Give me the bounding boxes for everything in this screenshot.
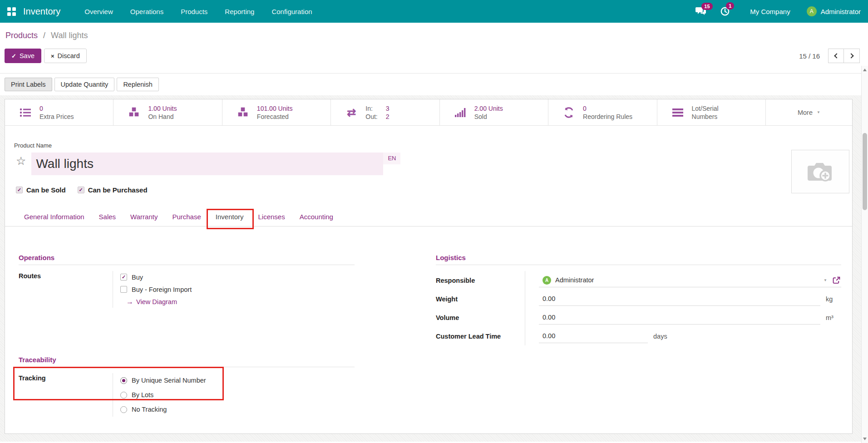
tab-accounting[interactable]: Accounting: [292, 207, 340, 226]
messages-badge: 15: [701, 3, 712, 10]
tab-licenses[interactable]: Licenses: [251, 207, 292, 226]
replenish-button[interactable]: Replenish: [117, 78, 159, 91]
tracking-none-option[interactable]: No Tracking: [120, 402, 355, 417]
tab-purchase[interactable]: Purchase: [165, 207, 208, 226]
user-name: Administrator: [821, 8, 861, 15]
weight-label: Weight: [436, 295, 525, 303]
stat-value: 1.00 Units: [148, 104, 177, 113]
messages-button[interactable]: 15: [695, 7, 706, 16]
bars-icon: [671, 108, 685, 117]
cubes-icon: [236, 107, 250, 118]
stat-lot-serial-numbers[interactable]: Lot/Serial Numbers: [657, 99, 766, 125]
volume-input[interactable]: [542, 314, 820, 321]
close-icon: ×: [51, 53, 54, 59]
avatar: A: [542, 276, 551, 285]
stat-extra-prices[interactable]: 0 Extra Prices: [5, 99, 113, 125]
route-buy-option[interactable]: Buy: [120, 271, 355, 283]
product-name-label: Product Name: [14, 142, 843, 149]
external-link-icon[interactable]: [833, 276, 840, 284]
pager-previous-button[interactable]: [828, 49, 844, 63]
stat-button-row: 0 Extra Prices 1.00 Units On Hand: [5, 99, 852, 126]
menu-item-operations[interactable]: Operations: [122, 4, 172, 20]
refresh-icon: [562, 107, 576, 118]
product-name-input[interactable]: [31, 157, 383, 171]
stat-in-out[interactable]: ⇄ In: 3 Out: 2: [331, 99, 439, 125]
user-menu[interactable]: A Administrator: [807, 6, 861, 16]
control-panel: ✓ Save × Discard 15 / 16: [0, 41, 868, 74]
activities-button[interactable]: 1: [720, 6, 730, 16]
can-be-purchased-label: Can be Purchased: [88, 186, 148, 194]
stat-value: 0: [583, 104, 632, 113]
route-buy-foreign-import-option[interactable]: Buy - Foreign Import: [120, 283, 355, 295]
save-label: Save: [20, 52, 35, 59]
pager: 15 / 16: [799, 49, 860, 63]
radio-unselected-icon[interactable]: [120, 392, 127, 399]
can-be-purchased-checkbox[interactable]: Can be Purchased: [78, 186, 148, 194]
breadcrumb-products-link[interactable]: Products: [5, 31, 38, 40]
can-be-sold-checkbox[interactable]: Can be Sold: [16, 186, 66, 194]
action-button-row: Print Labels Update Quantity Replenish: [0, 74, 868, 95]
product-head: Product Name ☆ EN Can be Sold Can be Pur…: [5, 126, 852, 194]
view-diagram-label: View Diagram: [136, 298, 177, 305]
stat-label: Extra Prices: [39, 113, 74, 121]
tab-inventory[interactable]: Inventory: [208, 207, 251, 226]
checkbox-unchecked-icon[interactable]: [120, 286, 127, 293]
notebook-tabs: General Information Sales Warranty Purch…: [5, 207, 852, 226]
menu-item-products[interactable]: Products: [172, 4, 216, 20]
product-image-placeholder[interactable]: [791, 150, 849, 193]
content-background: 0 Extra Prices 1.00 Units On Hand: [0, 95, 868, 442]
view-diagram-link[interactable]: → View Diagram: [126, 295, 355, 308]
scroll-down-arrow[interactable]: [863, 438, 867, 440]
stat-forecasted[interactable]: 101.00 Units Forecasted: [222, 99, 331, 125]
translation-language-badge[interactable]: EN: [383, 153, 400, 164]
apps-grid-icon[interactable]: [7, 7, 16, 16]
tab-warranty[interactable]: Warranty: [123, 207, 165, 226]
vertical-scrollbar[interactable]: [861, 66, 868, 443]
tab-general-information[interactable]: General Information: [17, 207, 92, 226]
radio-selected-icon[interactable]: [120, 377, 127, 384]
tracking-lots-option[interactable]: By Lots: [120, 388, 355, 402]
scroll-up-arrow[interactable]: [863, 69, 867, 71]
product-name-field-wrap: [31, 153, 383, 175]
breadcrumb-separator: /: [43, 31, 45, 40]
tab-sales[interactable]: Sales: [92, 207, 123, 226]
update-quantity-button[interactable]: Update Quantity: [54, 78, 115, 91]
save-button[interactable]: ✓ Save: [5, 49, 41, 63]
product-form-sheet: 0 Extra Prices 1.00 Units On Hand: [5, 99, 853, 434]
tracking-serial-option[interactable]: By Unique Serial Number: [120, 373, 355, 388]
stat-on-hand[interactable]: 1.00 Units On Hand: [113, 99, 222, 125]
favorite-star-icon[interactable]: ☆: [16, 155, 26, 167]
print-labels-button[interactable]: Print Labels: [5, 78, 52, 91]
tracking-lots-label: By Lots: [132, 391, 153, 399]
tracking-none-label: No Tracking: [132, 406, 167, 413]
activities-badge: 1: [726, 2, 734, 10]
radio-unselected-icon[interactable]: [120, 406, 127, 413]
cubes-icon: [127, 107, 141, 118]
responsible-field[interactable]: A Administrator ▼: [539, 273, 841, 287]
check-icon: ✓: [11, 53, 16, 59]
customer-lead-time-input[interactable]: [542, 332, 648, 340]
pager-next-button[interactable]: [844, 49, 860, 63]
menu-item-reporting[interactable]: Reporting: [216, 4, 263, 20]
in-label: In:: [365, 104, 377, 113]
weight-input[interactable]: [542, 295, 820, 302]
stat-label: Reordering Rules: [583, 113, 632, 121]
chevron-left-icon: [834, 53, 839, 58]
scrollbar-thumb[interactable]: [863, 133, 867, 210]
breadcrumb-current: Wall lights: [51, 31, 88, 40]
tracking-label: Tracking: [19, 373, 113, 417]
stat-reordering-rules[interactable]: 0 Reordering Rules: [548, 99, 657, 125]
inventory-tab-page: Operations Routes Buy Buy - Foreign Impo…: [5, 226, 852, 417]
menu-item-configuration[interactable]: Configuration: [263, 4, 321, 20]
app-name[interactable]: Inventory: [23, 6, 60, 17]
chevron-down-icon[interactable]: ▼: [824, 278, 827, 282]
menu-item-overview[interactable]: Overview: [76, 4, 122, 20]
logistics-section-title: Logistics: [436, 254, 841, 265]
more-button[interactable]: More ▼: [766, 99, 852, 125]
volume-label: Volume: [436, 314, 525, 321]
company-switcher[interactable]: My Company: [750, 8, 790, 15]
discard-button[interactable]: × Discard: [44, 49, 87, 63]
chevron-right-icon: [848, 53, 853, 58]
checkbox-checked-icon[interactable]: [120, 274, 127, 281]
stat-sold[interactable]: 2.00 Units Sold: [440, 99, 548, 125]
